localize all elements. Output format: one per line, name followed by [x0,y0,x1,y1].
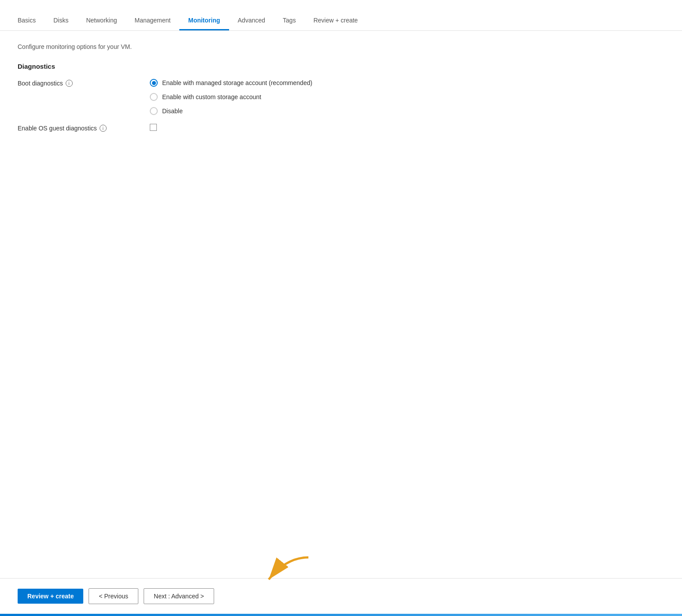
boot-diagnostics-info-icon[interactable]: i [66,80,73,87]
os-guest-diagnostics-label: Enable OS guest diagnostics i [18,124,150,132]
radio-managed-label: Enable with managed storage account (rec… [162,79,312,86]
arrow-annotation [260,553,313,590]
radio-disable-circle[interactable] [150,107,158,115]
section-title-diagnostics: Diagnostics [18,63,664,70]
main-content: Configure monitoring options for your VM… [0,31,682,578]
tab-advanced[interactable]: Advanced [229,12,274,30]
page-description: Configure monitoring options for your VM… [18,43,664,50]
os-guest-diagnostics-info-icon[interactable]: i [100,125,107,132]
boot-diagnostics-option-managed[interactable]: Enable with managed storage account (rec… [150,79,312,87]
tab-basics[interactable]: Basics [18,12,44,30]
tab-management[interactable]: Management [126,12,180,30]
boot-diagnostics-option-disable[interactable]: Disable [150,107,312,115]
os-guest-diagnostics-row: Enable OS guest diagnostics i [18,124,664,132]
footer: Review + create < Previous Next : Advanc… [0,578,682,614]
radio-disable-label: Disable [162,108,183,115]
radio-custom-label: Enable with custom storage account [162,93,261,100]
next-advanced-button[interactable]: Next : Advanced > [144,588,214,604]
boot-diagnostics-option-custom[interactable]: Enable with custom storage account [150,93,312,101]
bottom-bar [0,614,682,616]
tab-tags[interactable]: Tags [274,12,305,30]
tab-networking[interactable]: Networking [77,12,126,30]
review-create-button[interactable]: Review + create [18,589,83,604]
tab-review-create[interactable]: Review + create [304,12,367,30]
boot-diagnostics-row: Boot diagnostics i Enable with managed s… [18,79,664,115]
boot-diagnostics-options: Enable with managed storage account (rec… [150,79,312,115]
tab-monitoring[interactable]: Monitoring [179,12,229,30]
previous-button[interactable]: < Previous [89,588,138,604]
boot-diagnostics-label: Boot diagnostics i [18,79,150,87]
tab-navigation: Basics Disks Networking Management Monit… [0,0,682,31]
tab-disks[interactable]: Disks [44,12,77,30]
radio-managed-circle[interactable] [150,79,158,87]
radio-custom-circle[interactable] [150,93,158,101]
os-guest-diagnostics-checkbox[interactable] [150,124,157,131]
